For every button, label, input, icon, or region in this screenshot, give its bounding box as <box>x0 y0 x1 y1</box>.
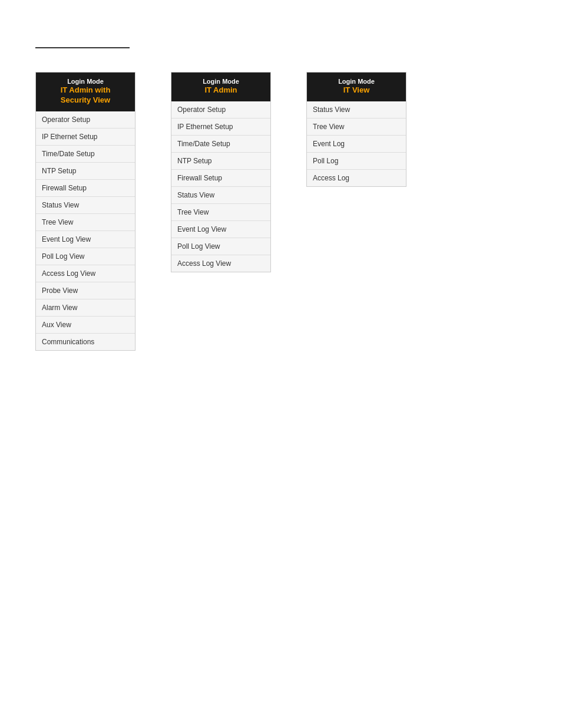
menu-item[interactable]: NTP Setup <box>171 153 270 170</box>
menu-item[interactable]: Poll Log <box>307 153 406 170</box>
menu-item[interactable]: Status View <box>171 187 270 204</box>
menu-item[interactable]: Event Log <box>307 136 406 153</box>
menu-item[interactable]: Time/Date Setup <box>36 146 135 163</box>
menu-item[interactable]: Access Log View <box>36 265 135 282</box>
menu-item[interactable]: Event Log View <box>171 221 270 238</box>
menu-item[interactable]: Tree View <box>36 214 135 231</box>
columns-wrapper: Login Mode IT Admin with Security View O… <box>35 72 527 351</box>
menu-item[interactable]: Operator Setup <box>36 111 135 129</box>
login-mode-label-2: Login Mode <box>175 77 267 85</box>
menu-item[interactable]: IP Ethernet Setup <box>36 129 135 146</box>
menu-item[interactable]: Probe View <box>36 282 135 299</box>
menu-item[interactable]: Firewall Setup <box>36 180 135 197</box>
menu-item[interactable]: Tree View <box>171 204 270 221</box>
menu-item[interactable]: Access Log View <box>171 255 270 272</box>
menu-item[interactable]: Access Log <box>307 170 406 186</box>
divider-line <box>35 47 130 48</box>
menu-item[interactable]: Operator Setup <box>171 101 270 118</box>
menu-item[interactable]: Firewall Setup <box>171 170 270 187</box>
menu-item[interactable]: Status View <box>307 101 406 118</box>
menu-item[interactable]: IP Ethernet Setup <box>171 118 270 136</box>
menu-item[interactable]: Poll Log View <box>171 238 270 255</box>
menu-header-1: Login Mode IT Admin with Security View <box>36 73 135 111</box>
menu-column-1: Login Mode IT Admin with Security View O… <box>35 72 135 351</box>
menu-header-3: Login Mode IT View <box>307 73 406 101</box>
page-container: Login Mode IT Admin with Security View O… <box>0 0 562 374</box>
menu-item[interactable]: Aux View <box>36 317 135 334</box>
menu-item[interactable]: Poll Log View <box>36 248 135 265</box>
menu-column-2: Login Mode IT Admin Operator Setup IP Et… <box>171 72 271 272</box>
login-mode-label-3: Login Mode <box>310 77 402 85</box>
mode-name-2a: IT Admin <box>175 85 267 95</box>
menu-item[interactable]: Status View <box>36 197 135 214</box>
menu-item[interactable]: NTP Setup <box>36 163 135 180</box>
menu-item[interactable]: Communications <box>36 334 135 350</box>
mode-name-1b: Security View <box>39 95 131 106</box>
menu-item[interactable]: Time/Date Setup <box>171 136 270 153</box>
menu-header-2: Login Mode IT Admin <box>171 73 270 101</box>
menu-item[interactable]: Alarm View <box>36 299 135 317</box>
menu-item[interactable]: Event Log View <box>36 231 135 248</box>
mode-name-3a: IT View <box>310 85 402 95</box>
mode-name-1a: IT Admin with <box>39 85 131 95</box>
login-mode-label-1: Login Mode <box>39 77 131 85</box>
menu-column-3: Login Mode IT View Status View Tree View… <box>306 72 406 187</box>
menu-item[interactable]: Tree View <box>307 118 406 136</box>
